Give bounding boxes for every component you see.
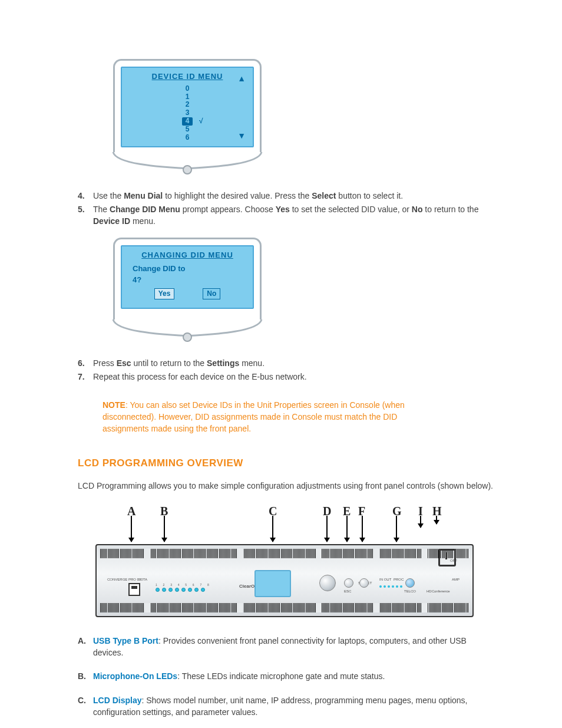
device-id-list: 0 1 2 3 4√ 5 6 xyxy=(128,85,247,142)
front-panel: CONVERGE PRO 880TA 1 2 3 4 5 6 7 8 Clear… xyxy=(95,544,474,617)
def-A: A.USB Type B Port: Provides convenient f… xyxy=(78,635,494,659)
microphone-leds xyxy=(156,588,205,592)
meter-leds xyxy=(379,585,402,588)
up-arrow-icon: ▲ xyxy=(237,73,246,84)
step-6: 6. Press Esc until to return to the Sett… xyxy=(78,357,494,369)
lcd-base xyxy=(113,152,262,178)
lcd2-title: CHANGING DID MENU xyxy=(128,250,247,261)
lcd2-base xyxy=(113,319,262,345)
device-id-lcd: DEVICE ID MENU ▲ ▼ 0 1 2 3 4√ 5 6 xyxy=(113,59,262,152)
select-button[interactable] xyxy=(359,578,369,588)
steps-4-5: 4. Use the Menu Dial to highlight the de… xyxy=(78,190,494,227)
note-text: : You can also set Device IDs in the Uni… xyxy=(103,400,405,434)
step-7: 7. Repeat this process for each device o… xyxy=(78,371,494,383)
changing-did-lcd: CHANGING DID MENU Change DID to 4? Yes N… xyxy=(113,238,262,319)
section-heading: LCD PROGRAMMING OVERVIEW xyxy=(78,456,494,471)
definitions-list: A.USB Type B Port: Provides convenient f… xyxy=(78,635,494,728)
section-intro: LCD Programming allows you to make simpl… xyxy=(78,480,494,492)
step-5: 5. The Change DID Menu prompt appears. C… xyxy=(78,203,494,228)
no-button[interactable]: No xyxy=(203,288,220,299)
note-block: NOTE: You can also set Device IDs in the… xyxy=(103,399,432,435)
svg-point-0 xyxy=(183,166,191,174)
step-4: 4. Use the Menu Dial to highlight the de… xyxy=(78,190,494,202)
check-icon: √ xyxy=(199,117,203,126)
lcd2-line2: 4? xyxy=(133,275,242,286)
lcd-display-icon xyxy=(254,570,291,597)
front-panel-figure: A B C D E F G I H xyxy=(95,503,474,617)
esc-label: ESC xyxy=(344,589,351,594)
panel-converge-label: CONVERGE PRO 880TA xyxy=(107,577,147,582)
esc-button[interactable] xyxy=(344,578,353,588)
yes-button[interactable]: Yes xyxy=(154,288,175,299)
amp-label: AMP xyxy=(452,577,459,582)
svg-point-1 xyxy=(183,333,191,341)
usb-port-icon[interactable] xyxy=(128,583,140,596)
steps-6-7: 6. Press Esc until to return to the Sett… xyxy=(78,357,494,383)
lcd-title: DEVICE ID MENU xyxy=(128,71,247,83)
def-B: B.Microphone-On LEDs: These LEDs indicat… xyxy=(78,670,494,682)
hd-label: HDConference xyxy=(427,589,450,594)
note-label: NOTE xyxy=(103,400,125,410)
amp-switch[interactable] xyxy=(438,549,456,566)
telco-led xyxy=(405,578,415,588)
proc-label: PROC xyxy=(394,577,404,582)
telco-label: TELCO xyxy=(404,589,416,594)
inout-label: IN OUT xyxy=(379,577,391,582)
led-numbers: 1 2 3 4 5 6 7 8 xyxy=(156,583,211,587)
menu-dial[interactable] xyxy=(319,575,336,591)
def-C: C.LCD Display: Shows model number, unit … xyxy=(78,694,494,719)
lcd2-line1: Change DID to xyxy=(133,263,242,275)
